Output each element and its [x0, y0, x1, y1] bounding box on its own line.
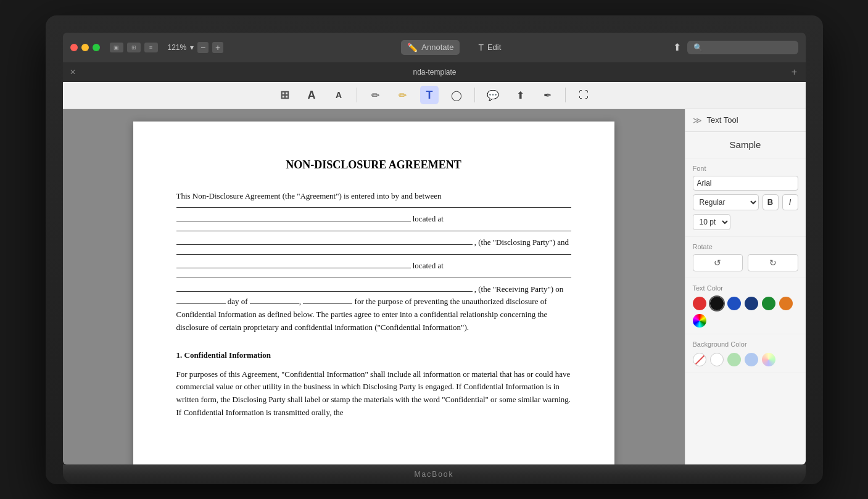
rotate-right-button[interactable]: ↻ [748, 254, 798, 271]
document-title: NON-DISCLOSURE AGREEMENT [176, 159, 571, 171]
month-blank [250, 303, 299, 304]
selection-tool-btn[interactable]: ⛶ [574, 86, 593, 104]
disclosing-party-row: , (the "Disclosing Party") and [176, 236, 571, 249]
toolbar-divider-3 [565, 88, 566, 102]
small-text-tool-btn[interactable]: A [329, 86, 348, 104]
party-2-address [176, 291, 473, 292]
document-scroll: NON-DISCLOSURE AGREEMENT This Non-Disclo… [133, 122, 614, 452]
zoom-out-button[interactable]: − [197, 42, 209, 53]
large-text-tool-btn[interactable]: A [302, 86, 321, 104]
edit-icon: T [478, 43, 484, 52]
text-color-multi[interactable] [693, 314, 706, 328]
close-button[interactable] [70, 44, 78, 51]
tab-bar: ✕ nda-template + [63, 62, 806, 82]
annotate-icon: ✏️ [407, 43, 418, 52]
tab-close-button[interactable]: ✕ [68, 67, 78, 77]
screen: ▣ ⊞ ≡ 121% ▾ − + ✏️ Annotate T Edit [63, 33, 806, 464]
share-button[interactable]: ⬆ [673, 41, 681, 53]
section1-heading: 1. Confidential Information [176, 349, 571, 362]
text-color-black[interactable] [710, 297, 724, 310]
text-color-orange[interactable] [779, 297, 793, 310]
bg-color-label: Background Color [693, 340, 798, 348]
text-color-green[interactable] [762, 297, 775, 310]
panel-header: ≫ Text Tool [685, 109, 806, 132]
font-family-select[interactable]: Arial [693, 176, 798, 191]
located-at-row-2: located at [176, 260, 571, 273]
toolbar: ⊞ A A ✏ ✏ T ◯ 💬 ⬆ ✒ ⛶ [63, 82, 806, 109]
right-panel: ≫ Text Tool Sample Font Arial Regular [685, 109, 806, 464]
blank-line-2 [176, 231, 571, 231]
bg-color-swatches [693, 353, 798, 366]
comment-tool-btn[interactable]: 💬 [484, 86, 502, 104]
zoom-dropdown-icon[interactable]: ▾ [190, 43, 194, 52]
located-at-1: located at [413, 214, 444, 223]
located-at-2: located at [413, 261, 444, 270]
highlighter-tool-btn[interactable]: ✏ [393, 86, 411, 104]
blank-line-4 [176, 278, 571, 278]
text-color-label: Text Color [693, 284, 798, 292]
day-blank [176, 303, 226, 304]
italic-button[interactable]: I [782, 194, 798, 210]
receiving-party-text: , (the "Receiving Party") on [474, 284, 564, 294]
annotate-mode-button[interactable]: ✏️ Annotate [401, 40, 460, 55]
party-2-name [176, 268, 411, 268]
title-bar: ▣ ⊞ ≡ 121% ▾ − + ✏️ Annotate T Edit [63, 33, 806, 62]
main-area: NON-DISCLOSURE AGREEMENT This Non-Disclo… [63, 109, 806, 464]
rotate-label: Rotate [693, 243, 798, 250]
bg-color-none[interactable] [693, 353, 706, 366]
signature-tool-btn[interactable]: ✒ [538, 86, 556, 104]
list-view-btn[interactable]: ≡ [144, 43, 158, 52]
search-icon: 🔍 [693, 43, 703, 52]
panel-expand-icon[interactable]: ≫ [693, 115, 702, 125]
rotate-row: ↺ ↻ [693, 254, 798, 271]
bg-color-section: Background Color [685, 334, 806, 373]
bg-color-light-blue[interactable] [745, 353, 758, 366]
edit-mode-button[interactable]: T Edit [472, 40, 507, 55]
year-blank [303, 303, 352, 304]
annotate-label: Annotate [421, 43, 453, 52]
edit-label: Edit [487, 43, 501, 52]
window-controls: ▣ ⊞ ≡ [110, 43, 158, 52]
grid-view-btn[interactable]: ⊞ [127, 43, 141, 52]
receiving-party-row: , (the "Receiving Party") on day of , fo… [176, 283, 571, 334]
bg-color-multi[interactable] [762, 353, 775, 366]
italic-icon: I [789, 197, 792, 207]
stamp-tool-btn[interactable]: ⬆ [511, 86, 529, 104]
font-label: Font [693, 165, 798, 172]
document-page: NON-DISCLOSURE AGREEMENT This Non-Disclo… [133, 122, 614, 464]
text-color-blue[interactable] [727, 297, 741, 310]
font-style-select[interactable]: Regular [693, 194, 759, 210]
sidebar-toggle[interactable]: ▣ [110, 43, 123, 52]
pencil-tool-btn[interactable]: ✏ [366, 86, 384, 104]
sample-text: Sample [730, 139, 761, 150]
text-color-section: Text Color [685, 278, 806, 334]
new-tab-button[interactable]: + [788, 66, 801, 78]
font-size-select[interactable]: 10 pt [693, 214, 730, 230]
font-section: Font Arial Regular B I [685, 159, 806, 237]
blank-line-1 [176, 207, 571, 208]
bold-button[interactable]: B [763, 194, 779, 210]
bg-color-light-green[interactable] [727, 353, 741, 366]
title-right: ⬆ 🔍 [673, 41, 798, 54]
maximize-button[interactable] [93, 44, 100, 51]
bg-color-white[interactable] [710, 353, 724, 366]
intro-paragraph: This Non-Disclosure Agreement (the "Agre… [176, 190, 571, 203]
text-color-navy[interactable] [745, 297, 758, 310]
traffic-lights [70, 44, 100, 51]
located-at-row-1: located at [176, 213, 571, 226]
disclosing-party-text: , (the "Disclosing Party") and [474, 237, 569, 247]
shapes-tool-btn[interactable]: ◯ [447, 86, 466, 104]
zoom-control: 121% ▾ − + [168, 42, 224, 53]
document-area[interactable]: NON-DISCLOSURE AGREEMENT This Non-Disclo… [63, 109, 685, 464]
text-color-red[interactable] [693, 297, 706, 310]
macbook-label: MacBook [414, 470, 453, 479]
toolbar-divider-1 [357, 88, 357, 102]
rotate-left-button[interactable]: ↺ [693, 254, 743, 271]
toolbar-divider-2 [474, 88, 475, 102]
bold-icon: B [767, 197, 773, 207]
text-tool-btn[interactable]: T [420, 86, 439, 104]
resize-text-tool-btn[interactable]: ⊞ [275, 86, 294, 104]
search-bar[interactable]: 🔍 [687, 41, 798, 54]
minimize-button[interactable] [81, 44, 89, 51]
zoom-in-button[interactable]: + [212, 42, 223, 53]
